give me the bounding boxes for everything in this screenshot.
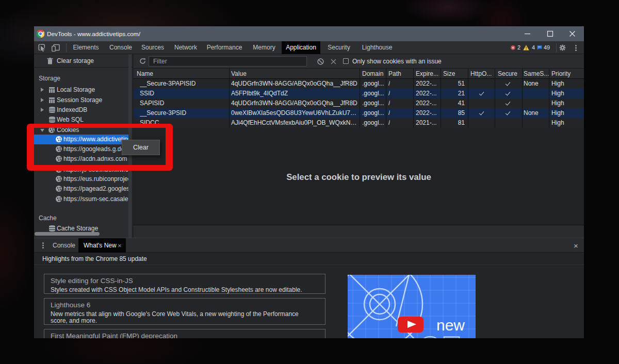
svg-text:new: new: [436, 317, 465, 334]
